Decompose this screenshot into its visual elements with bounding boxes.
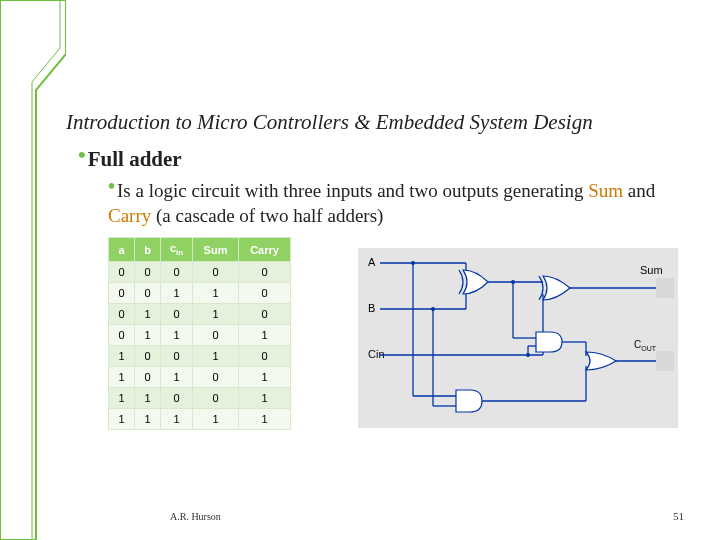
th-carry: Carry xyxy=(239,238,291,262)
svg-rect-17 xyxy=(656,278,674,298)
table-row: 11001 xyxy=(109,388,291,409)
label-input-cin: Cin xyxy=(368,348,385,360)
slide-title: Introduction to Micro Controllers & Embe… xyxy=(66,110,593,135)
and-gate-1 xyxy=(456,390,482,412)
svg-point-7 xyxy=(431,307,435,311)
label-input-b: B xyxy=(368,302,375,314)
svg-point-14 xyxy=(526,353,530,357)
th-cin: cin xyxy=(161,238,193,262)
and-gate-2 xyxy=(536,332,562,352)
bullet-level-1: •Full adder xyxy=(78,146,182,172)
accent-frame xyxy=(0,0,66,540)
label-output-sum: Sum xyxy=(640,264,663,276)
table-row: 11111 xyxy=(109,409,291,430)
table-row: 01010 xyxy=(109,304,291,325)
full-adder-diagram: A B Cin Sum C xyxy=(358,248,678,428)
table-row: 00110 xyxy=(109,283,291,304)
xor-gate-1 xyxy=(459,270,488,294)
table-row: 00000 xyxy=(109,262,291,283)
footer-author: A.R. Hurson xyxy=(170,511,221,522)
th-b: b xyxy=(135,238,161,262)
xor-gate-2 xyxy=(539,276,570,300)
bullet-dot-icon: • xyxy=(78,142,86,167)
svg-rect-0 xyxy=(358,248,678,428)
sum-keyword: Sum xyxy=(588,180,623,201)
th-a: a xyxy=(109,238,135,262)
carry-keyword: Carry xyxy=(108,205,151,226)
footer-page-number: 51 xyxy=(673,510,684,522)
svg-point-12 xyxy=(511,280,515,284)
svg-rect-27 xyxy=(656,351,674,371)
table-row: 10010 xyxy=(109,346,291,367)
label-output-cout: COUT xyxy=(634,339,657,352)
label-input-a: A xyxy=(368,256,376,268)
truth-table: a b cin Sum Carry 0000000110010100110110… xyxy=(108,237,291,430)
bullet-dot-icon: • xyxy=(108,175,115,197)
bullet-level-2: •Is a logic circuit with three inputs an… xyxy=(108,178,668,228)
th-sum: Sum xyxy=(193,238,239,262)
table-row: 01101 xyxy=(109,325,291,346)
or-gate xyxy=(586,352,616,370)
svg-point-6 xyxy=(411,261,415,265)
table-row: 10101 xyxy=(109,367,291,388)
